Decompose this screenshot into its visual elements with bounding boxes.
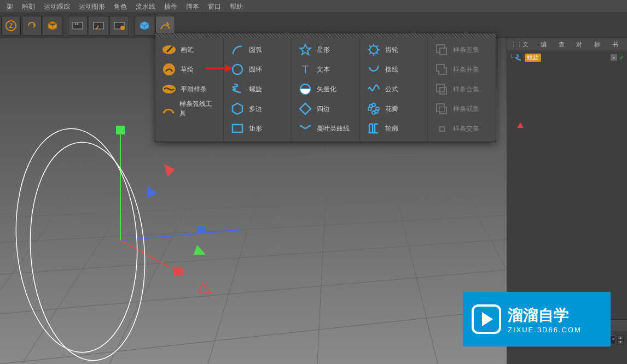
spline-item-circle[interactable]: 圆环 <box>227 60 288 79</box>
svg-point-4 <box>77 23 79 25</box>
svg-point-44 <box>370 46 378 54</box>
menu-item[interactable]: 插件 <box>160 0 182 13</box>
panel-grip-icon[interactable]: ⋮⋮ <box>507 38 519 50</box>
svg-rect-66 <box>440 127 444 131</box>
panel-tab[interactable]: 编辑 <box>537 38 555 50</box>
value-stepper[interactable]: ▲▼ <box>617 336 624 344</box>
cycloid-icon <box>367 62 381 77</box>
spline-item-label: 样条弧线工具 <box>179 99 216 118</box>
spline-item-4side[interactable]: 四边 <box>295 99 356 119</box>
spline-item-intersect[interactable]: 样条交集 <box>431 119 492 138</box>
svg-rect-60 <box>440 48 446 55</box>
spline-item-arc-tool[interactable]: 样条弧线工具 <box>159 99 220 119</box>
redo-button[interactable] <box>22 16 42 36</box>
object-name-label[interactable]: 螺旋 <box>525 54 541 62</box>
spline-item-arc[interactable]: 圆弧 <box>227 40 288 60</box>
spline-item-pen[interactable]: 画笔 <box>159 40 220 60</box>
menu-item[interactable]: 架 <box>2 0 18 13</box>
spline-item-star[interactable]: 星形 <box>295 40 356 60</box>
object-toggles[interactable]: ▪ ✓ <box>611 54 625 61</box>
spline-item-subtract[interactable]: 样条差集 <box>431 40 492 60</box>
cube-button[interactable] <box>43 16 62 36</box>
circle-icon <box>230 62 245 77</box>
spline-item-label: 多边 <box>249 104 262 114</box>
spline-item-nside[interactable]: 多边 <box>227 99 288 119</box>
svg-rect-39 <box>233 125 242 132</box>
menu-item[interactable]: 运动跟踪 <box>39 0 74 13</box>
menu-item[interactable]: 运动图形 <box>74 0 109 13</box>
subtract-icon <box>434 43 449 57</box>
spline-item-label: 四边 <box>317 104 330 114</box>
object-manager-tabs: ⋮⋮ 文件 编辑 查看 对象 标签 书签 <box>507 38 627 50</box>
or-icon <box>434 102 449 116</box>
helix-icon <box>515 54 522 61</box>
spline-item-sketch[interactable]: 草绘 <box>159 60 220 79</box>
menu-item[interactable]: 雕刻 <box>18 0 39 13</box>
svg-rect-65 <box>440 107 444 111</box>
spline-item-cogwheel[interactable]: 齿轮 <box>363 40 425 60</box>
svg-rect-29 <box>174 267 183 275</box>
menu-item[interactable]: 帮助 <box>225 0 247 13</box>
spline-item-label: 矢量化 <box>317 85 336 94</box>
spline-item-vectorize[interactable]: 矢量化 <box>295 79 356 99</box>
panel-tab[interactable]: 查看 <box>555 38 573 50</box>
svg-line-51 <box>369 52 371 54</box>
gear-icon <box>367 43 381 57</box>
pen-icon <box>162 43 176 57</box>
spline-item-cycloid[interactable]: 摆线 <box>363 60 425 79</box>
spline-item-union[interactable]: 样条并集 <box>431 60 492 79</box>
spline-item-rectangle[interactable]: 矩形 <box>227 119 288 138</box>
spline-item-or[interactable]: 样条或集 <box>431 99 492 119</box>
panel-tab[interactable]: 对象 <box>573 38 591 50</box>
svg-marker-38 <box>233 103 242 114</box>
panel-tab[interactable]: 文件 <box>519 38 537 50</box>
watermark: 溜溜自学 ZIXUE.3D66.COM <box>463 292 611 347</box>
spline-item-label: 样条并集 <box>453 65 479 74</box>
spline-item-profile[interactable]: 轮廓 <box>363 119 425 138</box>
menu-item[interactable]: 角色 <box>109 0 131 13</box>
render-settings-button[interactable] <box>109 16 129 36</box>
panel-tab[interactable]: 标签 <box>591 38 609 50</box>
menu-item[interactable]: 流水线 <box>131 0 160 13</box>
visibility-toggle-icon[interactable]: ▪ <box>611 54 617 61</box>
spline-item-smooth[interactable]: 平滑样条 <box>159 79 220 99</box>
menu-item[interactable]: 窗口 <box>204 0 225 13</box>
spline-item-label: 公式 <box>385 85 398 94</box>
render-region-button[interactable] <box>89 16 108 36</box>
spline-item-cissoid[interactable]: 蔓叶类曲线 <box>295 119 356 138</box>
play-icon <box>472 304 501 334</box>
watermark-title: 溜溜自学 <box>508 305 582 326</box>
primitive-cube-button[interactable] <box>135 16 154 36</box>
spline-item-text[interactable]: T 文本 <box>295 60 356 79</box>
spline-item-label: 样条合集 <box>453 85 479 94</box>
render-toggle-icon[interactable]: ✓ <box>618 54 625 61</box>
rectangle-icon <box>230 121 245 136</box>
spline-item-label: 轮廓 <box>385 124 398 133</box>
spline-item-helix[interactable]: 螺旋 <box>227 79 288 99</box>
and-icon <box>434 82 449 96</box>
spline-item-formula[interactable]: 公式 <box>363 79 425 99</box>
spline-menu-col: 样条差集 样条并集 样条合集 样条或集 样条交集 <box>428 33 496 142</box>
spline-item-and[interactable]: 样条合集 <box>431 79 492 99</box>
render-button[interactable] <box>68 16 88 36</box>
spline-item-label: 螺旋 <box>249 85 262 94</box>
object-row[interactable]: └ 螺旋 ▪ ✓ <box>509 52 625 62</box>
svg-point-7 <box>120 26 125 30</box>
spline-item-flower[interactable]: 花瓣 <box>363 99 425 119</box>
menu-item[interactable]: 脚本 <box>182 0 204 13</box>
text-icon: T <box>298 62 312 77</box>
menu-drag-handle[interactable] <box>155 33 496 38</box>
watermark-url: ZIXUE.3D66.COM <box>508 326 582 334</box>
union-icon <box>434 62 449 77</box>
spline-item-label: 样条或集 <box>453 104 479 114</box>
spline-menu-col: 画笔 草绘 平滑样条 样条弧线工具 <box>155 33 224 142</box>
svg-point-36 <box>172 111 175 114</box>
spline-menu-col: 齿轮 摆线 公式 花瓣 轮廓 <box>360 33 428 142</box>
panel-tab[interactable]: 书签 <box>609 38 627 50</box>
object-tree[interactable]: └ 螺旋 ▪ ✓ <box>507 50 627 319</box>
svg-line-49 <box>369 45 371 47</box>
diamond-icon <box>298 102 312 116</box>
undo-button[interactable]: Z <box>1 16 21 36</box>
svg-marker-43 <box>300 103 311 114</box>
spline-item-label: 样条差集 <box>453 45 479 55</box>
